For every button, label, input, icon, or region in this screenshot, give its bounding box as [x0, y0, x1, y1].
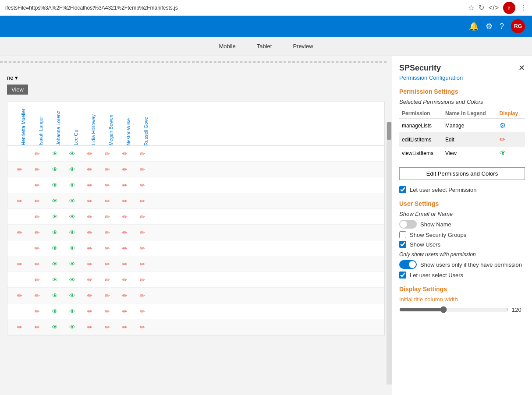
cell-pencil: ✏ [116, 150, 134, 157]
chevron-down-icon[interactable]: ▾ [15, 74, 18, 81]
cell-pencil: ✏ [11, 292, 28, 299]
help-icon[interactable]: ? [500, 22, 504, 31]
scrollbar-thumb[interactable] [387, 122, 391, 140]
dropdown-label: ne [7, 74, 13, 81]
panel-subtitle: Permission Configuration [399, 74, 525, 81]
cell-pencil: ✏ [116, 182, 134, 189]
main-layout: ne ▾ View Henrietta Mueller Isaiah Lange… [0, 56, 532, 395]
cell-pencil: ✏ [81, 213, 99, 220]
cell-pencil: ✏ [28, 245, 46, 252]
more-icon[interactable]: ⋮ [520, 4, 527, 12]
header-dropdown: ne ▾ [4, 73, 388, 83]
cell-pencil: ✏ [28, 213, 46, 220]
browser-bar: ifestsFile=https%3A%2F%2Flocalhost%3A432… [0, 0, 532, 16]
col-display: Display [497, 109, 525, 119]
col-header-russell: Russell Gove [137, 102, 155, 145]
cell-pencil: ✏ [99, 276, 116, 283]
cell-pencil: ✏ [81, 198, 99, 205]
cell-eye: 👁 [64, 198, 81, 205]
cell-pencil: ✏ [134, 324, 151, 331]
cell-eye: 👁 [46, 261, 64, 268]
cell-pencil: ✏ [99, 166, 116, 173]
perm-name-edit: Edit [443, 133, 497, 147]
edit-permissions-button[interactable]: Edit Permissions and Colors [399, 167, 525, 180]
table-row: ✏ ✏ 👁 👁 ✏ ✏ ✏ ✏ [7, 193, 384, 209]
table-row: ✏ 👁 👁 ✏ ✏ ✏ ✏ [7, 240, 384, 256]
table-row: ✏ ✏ 👁 👁 ✏ ✏ ✏ ✏ [7, 256, 384, 272]
cell-pencil: ✏ [116, 166, 134, 173]
cell-eye: 👁 [46, 245, 64, 252]
cell-pencil: ✏ [134, 261, 151, 268]
panel-header: SPSecurity ✕ [399, 63, 525, 73]
perm-row-edit: editListItems Edit ✏ [399, 133, 525, 147]
column-width-slider[interactable] [399, 306, 508, 313]
refresh-icon[interactable]: ↻ [479, 4, 484, 12]
tab-tablet[interactable]: Tablet [253, 41, 276, 51]
cell-pencil: ✏ [99, 261, 116, 268]
star-icon[interactable]: ☆ [468, 4, 474, 12]
cell-pencil: ✏ [134, 166, 151, 173]
let-user-select-permission-checkbox[interactable] [399, 186, 406, 193]
table-row: ✏ 👁 👁 ✏ ✏ ✏ ✏ [7, 303, 384, 319]
table-row: ✏ 👁 👁 ✏ ✏ ✏ ✏ [7, 272, 384, 288]
let-user-select-users-checkbox[interactable] [399, 272, 406, 279]
cell-eye: 👁 [64, 292, 81, 299]
col-header-lee-text: Lee Gu [73, 130, 78, 145]
tab-mobile[interactable]: Mobile [215, 41, 239, 51]
perm-name-view: View [443, 147, 497, 160]
col-header-nestor: Nestor Wilke [120, 102, 137, 145]
cell-eye: 👁 [64, 245, 81, 252]
tab-preview[interactable]: Preview [289, 41, 316, 51]
code-icon[interactable]: </> [489, 4, 499, 12]
close-button[interactable]: ✕ [518, 63, 525, 73]
show-security-groups-label: Show Security Groups [410, 232, 466, 238]
table-data-rows: ✏ 👁 👁 ✏ ✏ ✏ ✏ ✏ ✏ 👁 👁 ✏ ✏ ✏ [7, 146, 384, 335]
bell-icon[interactable]: 🔔 [469, 21, 479, 31]
cell-pencil: ✏ [28, 182, 46, 189]
show-name-toggle-slider [399, 220, 417, 229]
cell-eye: 👁 [46, 150, 64, 157]
show-security-groups-checkbox[interactable] [399, 231, 406, 238]
table-row: ✏ ✏ 👁 👁 ✏ ✏ ✏ ✏ [7, 162, 384, 177]
cell-pencil: ✏ [81, 292, 99, 299]
perm-id-manage: manageLists [399, 119, 443, 133]
col-header-lidia-text: Lidia Holloway [91, 114, 96, 145]
show-name-toggle[interactable] [399, 220, 417, 229]
show-name-label: Show Name [420, 221, 451, 228]
cell-eye: 👁 [64, 150, 81, 157]
show-users-checkbox[interactable] [399, 241, 406, 248]
only-show-label: Only show users with permission [399, 251, 525, 257]
col-header-lidia: Lidia Holloway [85, 102, 102, 145]
user-settings-section-title: User Settings [399, 200, 525, 207]
profile-avatar-small[interactable]: r [503, 2, 515, 14]
scrollbar-track[interactable] [387, 122, 392, 384]
display-settings-section-title: Display Settings [399, 286, 525, 293]
cell-eye: 👁 [64, 166, 81, 173]
let-user-select-users-row: Let user select Users [399, 272, 525, 279]
cell-pencil: ✏ [116, 261, 134, 268]
cell-pencil: ✏ [99, 213, 116, 220]
cell-pencil: ✏ [134, 213, 151, 220]
cell-pencil: ✏ [81, 308, 99, 315]
cell-pencil: ✏ [28, 198, 46, 205]
sp-profile-avatar[interactable]: RG [511, 19, 525, 33]
col-header-lee: Lee Gu [67, 102, 85, 145]
cell-pencil: ✏ [134, 229, 151, 236]
settings-icon[interactable]: ⚙ [486, 21, 493, 31]
cell-eye: 👁 [64, 182, 81, 189]
view-button[interactable]: View [7, 85, 28, 95]
cell-pencil: ✏ [134, 308, 151, 315]
col-header-isaiah: Isaiah Langer [32, 102, 50, 145]
cell-eye: 👁 [46, 308, 64, 315]
col-header-megan-text: Megan Bowen [108, 115, 113, 145]
cell-pencil: ✏ [81, 150, 99, 157]
perm-icon-view: 👁 [497, 147, 525, 160]
cell-pencil: ✏ [134, 292, 151, 299]
cell-pencil: ✏ [11, 198, 28, 205]
panel-title: SPSecurity [399, 63, 441, 73]
right-panel: SPSecurity ✕ Permission Configuration Pe… [392, 56, 532, 395]
table-row: ✏ ✏ 👁 👁 ✏ ✏ ✏ ✏ [7, 288, 384, 303]
perm-id-edit: editListItems [399, 133, 443, 147]
cell-pencil: ✏ [134, 245, 151, 252]
show-users-only-toggle[interactable] [399, 260, 417, 269]
